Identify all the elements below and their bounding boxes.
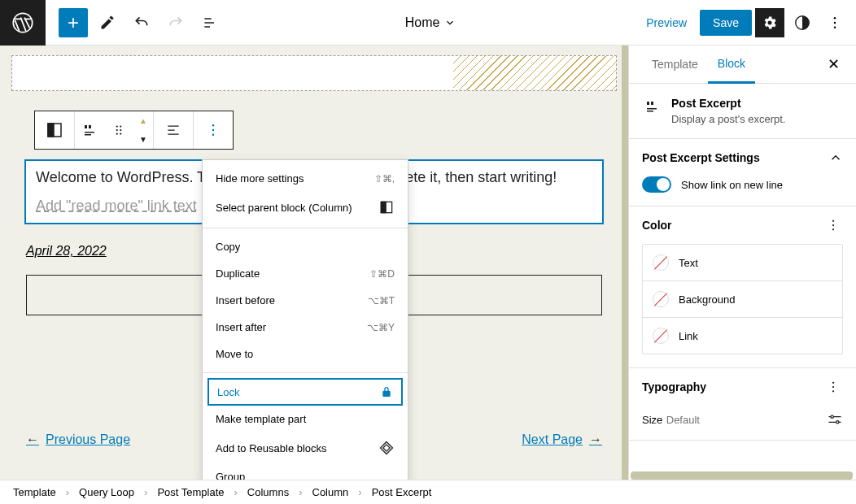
panel-header-settings[interactable]: Post Excerpt Settings xyxy=(629,139,856,176)
svg-point-20 xyxy=(832,228,834,230)
wordpress-logo[interactable] xyxy=(0,0,46,46)
typography-panel-more[interactable] xyxy=(823,380,843,394)
svg-point-22 xyxy=(832,386,834,388)
color-background[interactable]: Background xyxy=(643,281,842,318)
chevron-right-icon: › xyxy=(66,486,69,498)
block-name: Post Excerpt xyxy=(671,97,786,110)
svg-point-9 xyxy=(116,129,118,131)
svg-rect-17 xyxy=(381,202,386,212)
align-button[interactable] xyxy=(154,111,193,149)
add-block-button[interactable]: + xyxy=(59,8,88,37)
page-selector[interactable]: Home xyxy=(225,15,636,30)
color-swatch-empty xyxy=(653,254,669,271)
chevron-up-icon xyxy=(828,150,843,165)
menu-copy[interactable]: Copy xyxy=(203,233,408,260)
menu-group[interactable]: Group xyxy=(203,463,408,480)
arrow-right-icon: → xyxy=(589,432,602,447)
svg-point-13 xyxy=(212,124,215,127)
close-sidebar-button[interactable]: ✕ xyxy=(823,54,843,74)
edit-tool-button[interactable] xyxy=(93,8,122,37)
color-link[interactable]: Link xyxy=(643,318,842,354)
styles-button[interactable] xyxy=(788,8,817,37)
chevron-right-icon: › xyxy=(358,486,361,498)
block-info: Post Excerpt Display a post's excerpt. xyxy=(629,84,856,139)
crumb-template[interactable]: Template xyxy=(13,486,56,498)
menu-select-parent[interactable]: Select parent block (Column) xyxy=(203,192,408,223)
crumb-post-template[interactable]: Post Template xyxy=(157,486,224,498)
tab-block[interactable]: Block xyxy=(708,46,755,84)
menu-hide-settings[interactable]: Hide more settings ⇧⌘, xyxy=(203,165,408,192)
post-date[interactable]: April 28, 2022 xyxy=(26,244,107,259)
menu-insert-before[interactable]: Insert before ⌥⌘T xyxy=(203,287,408,314)
tab-template[interactable]: Template xyxy=(642,46,708,82)
undo-button[interactable] xyxy=(127,8,156,37)
top-toolbar: + Home Preview Save xyxy=(0,0,856,46)
previous-page-label: Previous Page xyxy=(46,432,130,447)
svg-point-4 xyxy=(834,26,836,28)
color-text[interactable]: Text xyxy=(643,245,842,281)
menu-lock[interactable]: Lock xyxy=(207,378,403,406)
editor-canvas[interactable]: ▲ ▼ Welcome to WordPress. This is your f… xyxy=(0,46,628,480)
color-swatch-empty xyxy=(653,291,669,307)
next-page-link[interactable]: Next Page → xyxy=(522,432,602,447)
panel-typography: Typography Size Default xyxy=(629,368,856,441)
svg-point-3 xyxy=(834,21,836,24)
move-down-button[interactable]: ▼ xyxy=(133,130,153,149)
next-page-label: Next Page xyxy=(522,432,583,447)
move-up-button[interactable]: ▲ xyxy=(133,111,153,130)
menu-duplicate[interactable]: Duplicate ⇧⌘D xyxy=(203,260,408,287)
vertical-scrollbar[interactable] xyxy=(622,46,628,480)
svg-point-7 xyxy=(116,125,118,127)
block-options-menu: Hide more settings ⇧⌘, Select parent blo… xyxy=(202,159,408,480)
show-link-label: Show link on new line xyxy=(681,179,783,191)
lock-icon xyxy=(380,385,393,398)
block-breadcrumb: Template › Query Loop › Post Template › … xyxy=(0,480,856,504)
menu-move-to[interactable]: Move to xyxy=(203,341,408,367)
svg-point-25 xyxy=(836,421,839,424)
panel-header-typography[interactable]: Typography xyxy=(629,368,856,406)
template-outline xyxy=(11,55,617,91)
show-link-toggle[interactable] xyxy=(642,176,671,193)
page-title: Home xyxy=(405,15,440,30)
previous-page-link[interactable]: ← Previous Page xyxy=(26,432,130,447)
chevron-right-icon: › xyxy=(234,486,238,498)
block-more-button[interactable] xyxy=(194,111,233,149)
svg-rect-6 xyxy=(48,124,54,137)
save-button[interactable]: Save xyxy=(700,10,752,36)
svg-point-24 xyxy=(831,415,833,418)
svg-point-12 xyxy=(120,133,121,134)
crumb-columns[interactable]: Columns xyxy=(247,486,289,498)
settings-button[interactable] xyxy=(755,8,784,37)
post-excerpt-icon xyxy=(642,97,662,125)
svg-point-2 xyxy=(834,16,836,19)
crumb-query-loop[interactable]: Query Loop xyxy=(79,486,134,498)
block-type-icon[interactable] xyxy=(35,111,74,149)
svg-point-21 xyxy=(832,382,834,384)
list-view-button[interactable] xyxy=(195,8,225,37)
svg-point-19 xyxy=(832,224,834,226)
redo-button[interactable] xyxy=(161,8,190,37)
more-options-button[interactable] xyxy=(820,8,849,37)
sidebar-tabs: Template Block ✕ xyxy=(629,46,856,84)
svg-point-11 xyxy=(116,133,118,134)
menu-make-template[interactable]: Make template part xyxy=(203,406,408,432)
color-panel-more[interactable] xyxy=(823,218,843,232)
horizontal-scrollbar[interactable] xyxy=(631,471,853,480)
chevron-right-icon: › xyxy=(144,486,147,498)
settings-sidebar: Template Block ✕ Post Excerpt Display a … xyxy=(628,46,856,480)
menu-add-reusable[interactable]: Add to Reusable blocks xyxy=(203,432,408,463)
panel-excerpt-settings: Post Excerpt Settings Show link on new l… xyxy=(629,139,856,206)
svg-point-8 xyxy=(120,125,121,127)
chevron-right-icon: › xyxy=(299,486,302,498)
column-icon xyxy=(378,199,395,215)
font-size-control[interactable]: Size Default xyxy=(629,406,856,440)
panel-header-color[interactable]: Color xyxy=(629,206,856,244)
post-excerpt-icon[interactable] xyxy=(75,111,104,149)
block-description: Display a post's excerpt. xyxy=(671,113,786,125)
preview-button[interactable]: Preview xyxy=(636,10,697,36)
settings-slider-icon xyxy=(827,414,843,425)
drag-handle[interactable] xyxy=(104,111,133,149)
menu-insert-after[interactable]: Insert after ⌥⌘Y xyxy=(203,314,408,341)
crumb-column[interactable]: Column xyxy=(312,486,349,498)
crumb-post-excerpt[interactable]: Post Excerpt xyxy=(372,486,432,498)
